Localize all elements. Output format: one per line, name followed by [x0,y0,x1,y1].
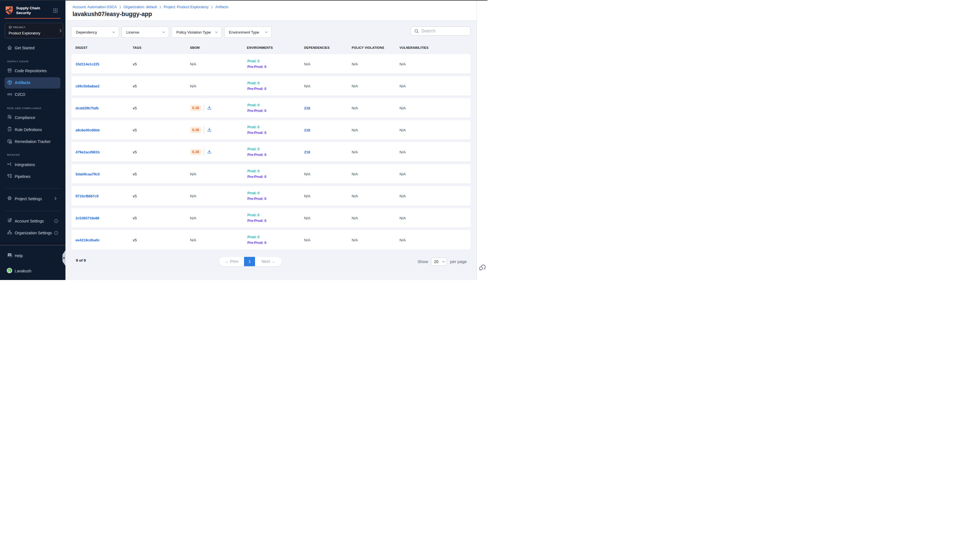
svg-text:?: ? [9,253,10,256]
